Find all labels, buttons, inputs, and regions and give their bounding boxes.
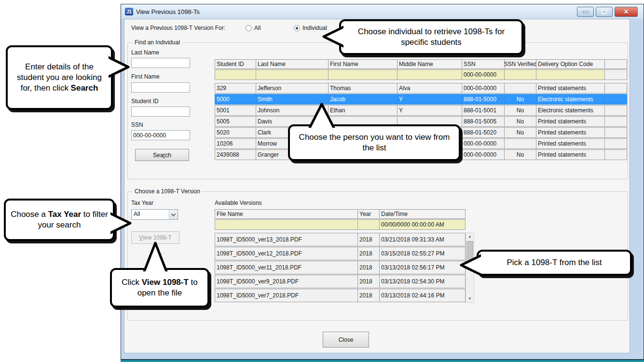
callout-tax-year: Choose a Tax Year to filter your search: [4, 199, 115, 241]
filter-cell[interactable]: [328, 69, 397, 80]
table-row[interactable]: 1098T_ID5000_ver13_2018.PDF201803/21/201…: [215, 233, 466, 246]
table-cell: Electronic statements: [536, 94, 605, 105]
filter-cell[interactable]: [536, 69, 605, 80]
last-name-input[interactable]: [131, 58, 190, 68]
header-cell[interactable]: File Name: [215, 209, 358, 219]
header-cell[interactable]: Delivery Option Code: [536, 59, 605, 69]
table-cell: 1098T_ID5000_ver13_2018.PDF: [215, 233, 358, 246]
table-cell: 2018: [357, 289, 380, 302]
table-cell: [504, 138, 536, 149]
filter-cell[interactable]: [397, 69, 462, 80]
filter-cell[interactable]: [215, 219, 358, 230]
callout-choose-person: Choose the person you want to view from …: [288, 124, 461, 161]
table-cell: 03/13/2018 02:56:17 PM: [379, 261, 466, 274]
versions-filter-row: 00/00/0000 00:00:00 AM: [215, 219, 466, 230]
table-cell: 888-01-5000: [462, 94, 505, 105]
close-button[interactable]: Close: [323, 332, 369, 348]
table-cell: Y: [397, 94, 462, 105]
ssn-input[interactable]: [131, 130, 190, 140]
table-cell: No: [504, 94, 536, 105]
table-cell: 03/21/2018 09:31:33 AM: [379, 233, 466, 246]
table-cell: Jacob: [328, 94, 397, 105]
table-cell: 329: [215, 83, 256, 94]
filter-cell[interactable]: [215, 69, 256, 80]
table-row[interactable]: 1098T_ID5000_ver9_2018.PDF201803/13/2018…: [215, 275, 466, 288]
table-row[interactable]: 1098T_ID5000_ver7_2018.PDF201803/13/2018…: [215, 289, 466, 302]
table-cell: 888-01-5005: [462, 116, 505, 127]
versions-rows: 1098T_ID5000_ver13_2018.PDF201803/21/201…: [215, 233, 466, 302]
window-close-button[interactable]: ✕: [615, 7, 638, 17]
table-cell: 03/15/2018 02:55:27 PM: [379, 247, 466, 260]
header-cell[interactable]: First Name: [328, 59, 397, 69]
table-cell: 2018: [357, 233, 380, 246]
students-filter-row: 000-00-0000: [215, 69, 628, 80]
table-cell: Ethan: [328, 105, 397, 116]
table-cell: 1098T_ID5000_ver12_2018.PDF: [215, 247, 358, 260]
table-row[interactable]: 1098T_ID5000_ver12_2018.PDF201803/15/201…: [215, 247, 466, 260]
filter-cell[interactable]: 00/00/0000 00:00:00 AM: [379, 219, 466, 230]
table-cell: 5005: [215, 116, 256, 127]
table-cell: 2439088: [215, 149, 256, 160]
tax-year-dropdown[interactable]: All: [131, 209, 178, 220]
table-cell: Thomas: [328, 83, 397, 94]
table-row[interactable]: 1098T_ID5000_ver11_2018.PDF201803/13/201…: [215, 261, 466, 274]
title-bar[interactable]: J1 View Previous 1098-Ts ✕: [121, 4, 644, 19]
table-cell: 5020: [215, 127, 256, 138]
first-name-input[interactable]: [131, 82, 190, 93]
scroll-up-icon[interactable]: ▲: [466, 233, 474, 240]
table-cell: [604, 127, 627, 138]
header-cell[interactable]: Middle Name: [397, 59, 462, 69]
table-cell: No: [504, 116, 536, 127]
header-cell[interactable]: Student ID: [215, 59, 256, 69]
table-cell: [604, 83, 627, 94]
table-cell: 1098T_ID5000_ver11_2018.PDF: [215, 261, 358, 274]
header-cell[interactable]: Year: [357, 209, 380, 219]
table-cell: 1098T_ID5000_ver9_2018.PDF: [215, 275, 358, 288]
table-cell: No: [504, 105, 536, 116]
table-cell: 1098T_ID5000_ver7_2018.PDF: [215, 289, 358, 302]
window-title: View Previous 1098-Ts: [136, 8, 200, 15]
filter-cell[interactable]: 000-00-0000: [462, 69, 505, 80]
student-id-label: Student ID: [131, 98, 159, 105]
table-cell: 2018: [357, 261, 380, 274]
ssn-label: SSN: [131, 121, 143, 128]
table-cell: Printed statements: [536, 149, 605, 160]
filter-cell[interactable]: [604, 69, 627, 80]
table-cell: Printed statements: [536, 116, 605, 127]
filter-cell[interactable]: [357, 219, 380, 230]
table-cell: Jefferson: [256, 83, 329, 94]
maximize-button[interactable]: [596, 7, 613, 17]
chevron-down-icon: [171, 212, 176, 216]
radio-all[interactable]: All: [246, 24, 260, 32]
search-button[interactable]: Search: [135, 149, 189, 161]
header-cell[interactable]: SSN Verified: [504, 59, 536, 69]
table-cell: 000-00-0000: [462, 83, 505, 94]
window-bottom-edge: [121, 360, 644, 362]
student-id-input[interactable]: [131, 107, 190, 117]
table-cell: [604, 149, 627, 160]
table-cell: 5001: [215, 105, 256, 116]
table-cell: 10206: [215, 138, 256, 149]
table-row[interactable]: 5001JohnsonEthanY888-01-5001NoElectronic…: [215, 105, 628, 116]
header-cell[interactable]: Last Name: [256, 59, 329, 69]
table-cell: 2018: [357, 275, 380, 288]
students-header-row: Student IDLast NameFirst NameMiddle Name…: [215, 59, 628, 69]
header-cell[interactable]: [604, 59, 627, 69]
dropdown-button[interactable]: [169, 210, 178, 219]
filter-cell[interactable]: [256, 69, 329, 80]
table-cell: [604, 138, 627, 149]
table-row[interactable]: 329JeffersonThomasAlva000-00-0000Printed…: [215, 83, 628, 94]
scroll-down-icon[interactable]: ▼: [466, 295, 474, 302]
table-cell: Y: [397, 105, 462, 116]
table-row[interactable]: 5000SmithJacobY888-01-5000NoElectronic s…: [215, 94, 628, 105]
filter-cell[interactable]: [504, 69, 536, 80]
table-cell: 000-00-0000: [462, 149, 505, 160]
header-cell[interactable]: SSN: [462, 59, 505, 69]
table-cell: [604, 105, 627, 116]
table-cell: 03/13/2018 02:54:30 PM: [379, 275, 466, 288]
minimize-button[interactable]: [577, 7, 594, 17]
view-for-label: View a Previous 1098-T Version For:: [131, 25, 225, 31]
versions-header-row: File NameYearDate/Time: [215, 209, 466, 219]
callout-choose-individual: Choose individual to retrieve 1098-Ts fo…: [339, 19, 523, 55]
header-cell[interactable]: Date/Time: [379, 209, 466, 219]
